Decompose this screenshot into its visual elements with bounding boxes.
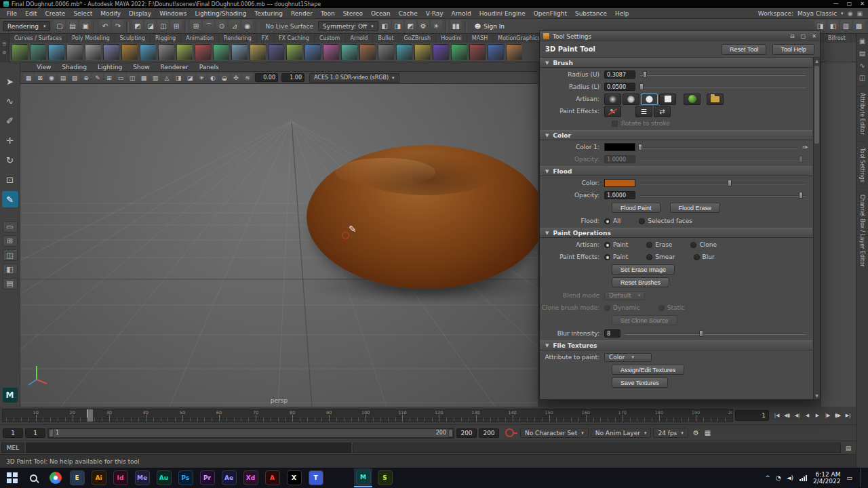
view-transform-dropdown[interactable]: ACES 1.0 SDR-video (sRGB) ▾ [309, 73, 399, 83]
tray-expand-icon[interactable]: ^ [765, 474, 770, 481]
shelf-tab-bifrost[interactable]: Bifrost [823, 35, 851, 43]
menu-select[interactable]: Select [69, 10, 96, 17]
select-tool-icon[interactable]: ➤ [2, 73, 18, 89]
tool-settings-titlebar[interactable]: Tool Settings ⊟ ▢ ✕ [540, 31, 820, 41]
range-start-handle[interactable] [49, 429, 54, 437]
color1-swatch[interactable] [604, 143, 635, 151]
shelf-tab-motiongraphics[interactable]: MotionGraphics [493, 35, 545, 43]
shelf-tool-icon[interactable] [250, 44, 266, 60]
shelf-tool-icon[interactable] [323, 44, 339, 60]
search-button[interactable] [24, 468, 43, 487]
shelf-tool-icon[interactable] [378, 44, 394, 60]
resolution-gate-icon[interactable]: ◫ [127, 73, 138, 83]
attribute-to-paint-dropdown[interactable]: Color ▾ [604, 353, 652, 362]
shelf-tool-icon[interactable] [158, 44, 174, 60]
notification-center-icon[interactable]: ▭ [846, 474, 852, 481]
select-component-icon[interactable]: ◫ [157, 20, 169, 32]
step-back-key-button[interactable]: ◀▮ [783, 409, 791, 422]
sign-in-button[interactable]: ☻ Sign In [469, 23, 510, 30]
menu-edit[interactable]: Edit [21, 10, 41, 17]
shelf-tab-fx-caching[interactable]: FX Caching [274, 35, 315, 43]
shelf-tab-arnold[interactable]: Arnold [346, 35, 374, 43]
field-chart-icon[interactable]: ▥ [150, 73, 161, 83]
menu-display[interactable]: Display [125, 10, 155, 17]
shelf-tool-icon[interactable] [12, 44, 28, 60]
redo-icon[interactable]: ↷ [112, 20, 123, 32]
blur-intensity-slider[interactable] [625, 329, 806, 338]
radio-blur[interactable] [694, 254, 700, 260]
menu-cache[interactable]: Cache [395, 10, 422, 17]
go-to-end-button[interactable]: ▶| [844, 409, 852, 422]
scrollbar-thumb[interactable] [814, 66, 819, 144]
rail-tab-channel-box-layer-editor[interactable]: Channel Box / Layer Editor [859, 188, 865, 273]
shelf-tab-curves-surfaces[interactable]: Curves / Surfaces [9, 35, 67, 43]
shelf-tab-fx[interactable]: FX [257, 35, 274, 43]
soft-brush-button[interactable] [604, 94, 621, 105]
range-bar[interactable]: 1 200 [47, 428, 454, 439]
gamma-field[interactable]: 1.00 [281, 73, 304, 82]
step-back-frame-button[interactable]: ◀| [793, 409, 802, 422]
shelf-tool-icon[interactable] [286, 44, 302, 60]
shelf-tool-icon[interactable] [30, 44, 46, 60]
rotate-tool-icon[interactable]: ↻ [2, 152, 18, 168]
panel-menu-panels[interactable]: Panels [194, 64, 224, 70]
assign-edit-textures-button[interactable]: Assign/Edit Textures [612, 365, 684, 375]
xd-icon[interactable]: Xd [241, 468, 260, 487]
photoshop-icon[interactable]: Ps [176, 468, 195, 487]
shelf-menu-icon[interactable]: ☰ [2, 41, 6, 47]
flood-opacity-slider[interactable] [640, 191, 806, 199]
eyedropper-icon[interactable]: ✑ [803, 144, 808, 151]
current-tool-3d-paint-icon[interactable]: ✎ [2, 191, 18, 207]
section-file-textures[interactable]: ▼ File Textures [540, 340, 812, 350]
current-frame-field[interactable]: 1 [735, 410, 769, 421]
section-paint-operations[interactable]: ▼ Paint Operations [540, 228, 812, 238]
save-textures-button[interactable]: Save Textures [612, 378, 668, 388]
restore-icon[interactable]: ▢ [801, 33, 806, 39]
shelf-tool-icon[interactable] [414, 44, 431, 60]
paint-effects-preview-button[interactable] [684, 94, 701, 105]
lasso-tool-icon[interactable]: ∿ [2, 93, 18, 109]
step-forward-key-button[interactable]: ▮▶ [833, 409, 842, 422]
motion-blur-icon[interactable]: ✣ [231, 73, 241, 83]
radio-erase[interactable] [646, 242, 652, 248]
snap-plane-icon[interactable]: ⊿ [229, 20, 240, 32]
medium-brush-button[interactable] [623, 94, 639, 105]
undo-icon[interactable]: ↶ [99, 20, 111, 32]
show-desktop-button[interactable] [860, 468, 862, 487]
toggle-channel-box-icon[interactable]: ▥ [840, 20, 852, 32]
workspace-pin-icon[interactable]: ◉ [848, 10, 853, 17]
radio-dynamic[interactable] [604, 305, 610, 311]
radio-paint[interactable] [604, 254, 610, 260]
image-plane-icon[interactable]: ▧ [69, 73, 80, 83]
script-editor-icon[interactable]: ▤ [842, 443, 854, 453]
pause-icon[interactable]: ▮▮ [450, 20, 462, 32]
blur-intensity-field[interactable]: 8 [604, 329, 620, 338]
scroll-down-icon[interactable]: ▼ [814, 392, 820, 399]
shelf-tool-icon[interactable] [433, 44, 449, 60]
playback-options-icon[interactable]: ⚙ [690, 429, 702, 436]
flood-opacity-field[interactable]: 1.0000 [604, 191, 635, 199]
shelf-tab-mash[interactable]: MASH [467, 35, 493, 43]
ao-icon[interactable]: ◒ [219, 73, 230, 83]
animation-end-field[interactable]: 200 [479, 428, 499, 438]
two-pane-layout-icon[interactable]: ◫ [3, 249, 18, 261]
shelf-tool-icon[interactable] [268, 44, 284, 60]
step-forward-frame-button[interactable]: |▶ [823, 409, 832, 422]
panel-menu-shading[interactable]: Shading [56, 64, 92, 70]
open-scene-icon[interactable]: ▤ [66, 20, 78, 32]
radio-paint[interactable] [604, 242, 610, 248]
rail-uv-icon[interactable]: ◫ [859, 74, 865, 82]
persp-outliner-layout-icon[interactable]: ◧ [3, 264, 18, 275]
shelf-tab-gozbrush[interactable]: GoZBrush [399, 35, 437, 43]
square-brush-button[interactable] [659, 94, 676, 105]
shelf-tab-custom[interactable]: Custom [315, 35, 346, 43]
camera-attributes-icon[interactable]: ◉ [46, 73, 57, 83]
menu-file[interactable]: File [3, 10, 21, 17]
reset-tool-button[interactable]: Reset Tool [722, 44, 766, 55]
pfx-share-button[interactable]: ⇄ [654, 106, 671, 117]
shelf-tool-icon[interactable] [195, 44, 211, 60]
x-app-icon[interactable]: X [285, 468, 303, 487]
flood-erase-button[interactable]: Flood Erase [670, 203, 721, 213]
command-input[interactable] [26, 443, 351, 453]
section-color[interactable]: ▼ Color [540, 130, 812, 140]
